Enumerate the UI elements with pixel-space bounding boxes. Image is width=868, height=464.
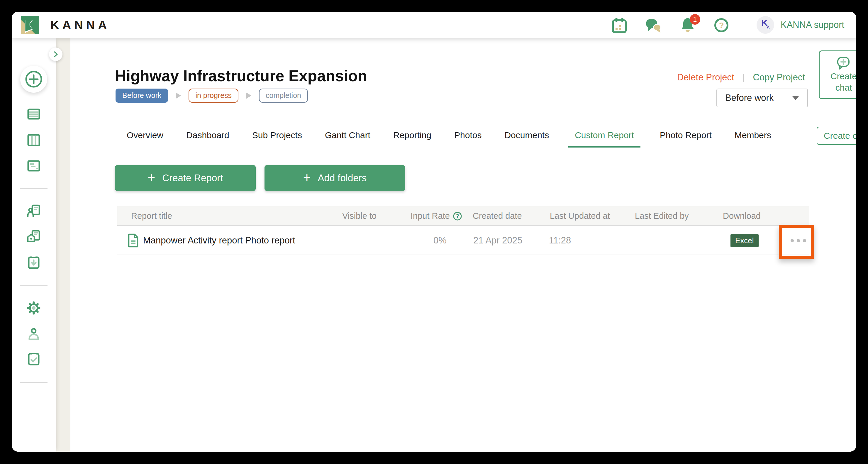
notification-count-badge[interactable]: 1 [690,14,700,25]
house-report-icon [27,230,40,243]
main-content: Highway Infrastructure Expansion Before … [70,38,856,452]
status-step-before-work[interactable]: Before work [116,89,168,103]
tab-custom-report[interactable]: Custom Report [568,130,641,148]
table-row[interactable]: Manpower Activity report Photo report 0%… [117,226,809,255]
create-report-button[interactable]: + Create Report [115,165,256,191]
sidebar-item-site-report[interactable] [27,230,40,243]
copy-project-link[interactable]: Copy Project [753,72,805,83]
tab-documents[interactable]: Documents [501,130,553,148]
question-circle-icon[interactable]: ? [453,212,462,221]
tab-reporting[interactable]: Reporting [390,130,435,148]
status-step-in-progress[interactable]: in progress [189,89,239,103]
sidebar-divider [20,382,48,383]
plus-circle-icon [24,70,43,89]
chevron-down-icon [792,96,799,100]
create-chat-line2: chat [835,82,852,93]
tab-photo-report[interactable]: Photo Report [656,130,715,148]
left-sidebar [12,38,56,452]
last-updated-value: 11:28 [549,226,571,255]
page-title: Highway Infrastructure Expansion [115,67,367,85]
status-step-completion[interactable]: completion [259,89,308,103]
add-folders-button[interactable]: + Add folders [265,165,405,191]
sidebar-divider [20,285,48,286]
col-last-updated: Last Updated at [550,206,610,226]
sidebar-expand-button[interactable] [49,48,62,61]
plus-icon: + [303,171,311,184]
actions-separator: | [743,72,745,83]
col-download: Download [723,206,761,226]
col-created-date: Created date [473,206,522,226]
chat-icon[interactable] [646,19,661,35]
brand-name: KANNA [51,12,110,38]
project-actions: Delete Project | Copy Project [677,72,805,83]
tab-dashboard[interactable]: Dashboard [183,130,233,148]
help-icon[interactable]: ? [714,18,729,33]
clipboard-check-icon [27,352,40,366]
tabs-underline-track [117,148,806,149]
highlight-box [779,225,814,259]
svg-text:?: ? [719,21,724,30]
header-divider [746,12,746,38]
chat-plus-icon [837,57,851,70]
gear-icon [27,301,40,315]
list-icon [27,107,40,121]
status-select-value: Before work [725,93,774,103]
status-select[interactable]: Before work [716,89,808,107]
col-visible-to: Visible to [342,206,376,226]
plus-icon: + [148,171,155,184]
col-input-rate: Input Rate ? [410,206,462,226]
delete-project-link[interactable]: Delete Project [677,72,734,83]
col-last-edited-by: Last Edited by [635,206,689,226]
tab-gantt-chart[interactable]: Gantt Chart [321,130,374,148]
excel-download-button[interactable]: Excel [731,234,758,247]
sidebar-divider [20,188,48,189]
create-new-button[interactable] [20,66,47,93]
person-report-icon [27,204,40,218]
tab-bar: Overview Dashboard Sub Projects Gantt Ch… [123,130,775,148]
sidebar-item-project-list[interactable] [27,107,40,121]
tab-overview[interactable]: Overview [123,130,167,148]
create-chat-line1: Create [831,71,856,82]
status-steps: Before work in progress completion [116,89,308,103]
sidebar-item-downloads[interactable] [27,256,40,269]
report-title-link[interactable]: Manpower Activity report Photo report [143,226,295,255]
user-menu[interactable]: KANNA support [781,12,844,38]
top-header: KANNA 1 [12,12,856,38]
tab-sub-projects[interactable]: Sub Projects [249,130,306,148]
create-chat-tab-button[interactable]: Create ch [817,127,856,145]
avatar[interactable]: K s [756,16,774,34]
kanna-logo-icon[interactable] [21,16,39,34]
download-cell: Excel [731,226,758,255]
document-icon [128,226,139,255]
step-arrow-icon [246,92,251,99]
sidebar-item-tasks[interactable] [27,352,40,366]
sidebar-gutter [56,38,70,452]
input-rate-value: 0% [433,226,446,255]
tab-members[interactable]: Members [731,130,775,148]
svg-text:?: ? [456,213,459,219]
created-date-value: 21 Apr 2025 [473,226,522,255]
step-arrow-icon [176,92,181,99]
sidebar-item-notes[interactable] [27,159,40,173]
kanban-board-icon [27,133,40,147]
report-table: Report title Visible to Input Rate ? Cre… [117,206,809,255]
create-chat-button[interactable]: Create chat [819,51,856,99]
sidebar-item-client-report[interactable] [27,204,40,218]
chevron-right-icon [53,51,59,58]
note-card-icon [27,159,40,173]
person-icon [27,327,40,341]
calendar-icon[interactable] [612,18,627,33]
sidebar-item-settings[interactable] [27,301,40,315]
table-header-row: Report title Visible to Input Rate ? Cre… [117,206,809,226]
sidebar-item-board[interactable] [27,133,40,147]
col-report-title: Report title [131,206,172,226]
clipboard-download-icon [27,256,40,269]
sidebar-item-profile[interactable] [27,327,40,341]
tab-photos[interactable]: Photos [451,130,485,148]
app-window: KANNA 1 [12,12,856,452]
